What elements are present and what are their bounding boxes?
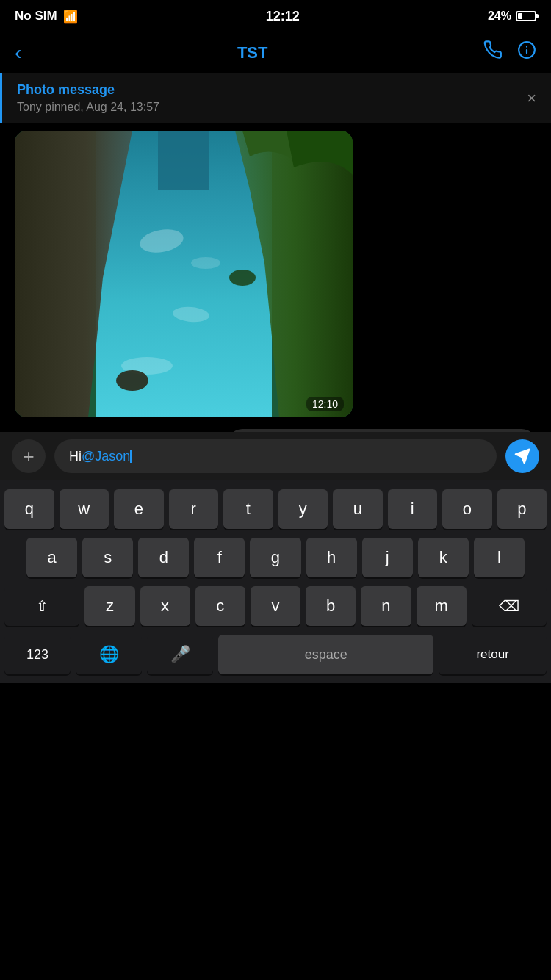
keyboard-row-2: a s d f g h j k l	[4, 538, 547, 577]
photo-message-bubble[interactable]: 12:10	[15, 131, 353, 417]
return-key[interactable]: retour	[439, 635, 547, 674]
voice-message-bubble: 00:08 12:11 ✓✓	[228, 429, 536, 432]
key-g[interactable]: g	[250, 538, 300, 577]
keyboard: q w e r t y u i o p a s d f g h j k l ⇧ …	[0, 480, 551, 683]
input-bar: + Hi @Jason	[0, 432, 551, 480]
key-t[interactable]: t	[223, 489, 273, 529]
nav-bar: ‹ TST	[0, 32, 551, 73]
key-l[interactable]: l	[474, 538, 525, 577]
key-f[interactable]: f	[194, 538, 245, 577]
keyboard-row-1: q w e r t y u i o p	[4, 489, 547, 529]
status-time: 12:12	[266, 9, 300, 24]
svg-point-11	[116, 370, 148, 391]
key-y[interactable]: y	[278, 489, 328, 529]
svg-point-12	[229, 270, 256, 286]
voice-message-wrapper: 00:08 12:11 ✓✓	[0, 425, 551, 432]
svg-rect-10	[158, 131, 209, 190]
shift-key[interactable]: ⇧	[4, 586, 79, 626]
space-key[interactable]: espace	[218, 635, 433, 674]
key-h[interactable]: h	[306, 538, 357, 577]
key-o[interactable]: o	[442, 489, 492, 529]
key-b[interactable]: b	[306, 586, 356, 626]
key-w[interactable]: w	[60, 489, 109, 529]
nav-actions	[483, 40, 536, 65]
key-d[interactable]: d	[138, 538, 189, 577]
key-v[interactable]: v	[251, 586, 300, 626]
photo-timestamp: 12:10	[306, 397, 344, 411]
key-k[interactable]: k	[418, 538, 469, 577]
keyboard-row-3: ⇧ z x c v b n m ⌫	[4, 586, 547, 626]
key-x[interactable]: x	[140, 586, 190, 626]
photo-image	[15, 131, 353, 417]
send-button[interactable]	[505, 439, 539, 473]
pinned-subtitle: Tony pinned, Aug 24, 13:57	[17, 101, 159, 114]
pinned-banner: Photo message Tony pinned, Aug 24, 13:57…	[0, 73, 551, 123]
input-text-mention: @Jason	[82, 449, 130, 464]
chat-area: 12:10 00:08 12:11 ✓✓	[0, 123, 551, 432]
key-r[interactable]: r	[169, 489, 219, 529]
key-p[interactable]: p	[497, 489, 547, 529]
key-i[interactable]: i	[388, 489, 438, 529]
status-bar: No SIM 📶 12:12 24%	[0, 0, 551, 32]
status-carrier: No SIM 📶	[15, 9, 78, 24]
key-e[interactable]: e	[114, 489, 164, 529]
key-a[interactable]: a	[26, 538, 77, 577]
key-n[interactable]: n	[361, 586, 411, 626]
globe-key[interactable]: 🌐	[76, 635, 142, 674]
key-u[interactable]: u	[333, 489, 383, 529]
svg-point-9	[191, 257, 220, 269]
pinned-content: Photo message Tony pinned, Aug 24, 13:57	[17, 82, 159, 114]
battery-percent: 24%	[488, 10, 511, 23]
pinned-title: Photo message	[17, 82, 159, 98]
mic-key[interactable]: 🎤	[147, 635, 213, 674]
key-m[interactable]: m	[417, 586, 467, 626]
send-icon	[514, 448, 530, 464]
key-s[interactable]: s	[82, 538, 133, 577]
key-q[interactable]: q	[4, 489, 54, 529]
back-button[interactable]: ‹	[15, 41, 21, 65]
status-right: 24%	[488, 10, 536, 23]
keyboard-row-4: 123 🌐 🎤 espace retour	[4, 635, 547, 674]
input-text-plain: Hi	[69, 449, 82, 464]
battery-icon	[516, 11, 536, 21]
key-j[interactable]: j	[362, 538, 413, 577]
info-button[interactable]	[517, 40, 536, 65]
numbers-key[interactable]: 123	[4, 635, 71, 674]
message-input[interactable]: Hi @Jason	[54, 439, 497, 473]
delete-key[interactable]: ⌫	[472, 586, 547, 626]
pinned-close-button[interactable]: ×	[527, 89, 536, 108]
wifi-icon: 📶	[63, 10, 78, 24]
key-c[interactable]: c	[195, 586, 245, 626]
add-attachment-button[interactable]: +	[12, 439, 46, 473]
text-cursor	[130, 450, 132, 463]
call-button[interactable]	[483, 40, 503, 65]
nav-title: TST	[237, 43, 268, 62]
key-z[interactable]: z	[84, 586, 134, 626]
